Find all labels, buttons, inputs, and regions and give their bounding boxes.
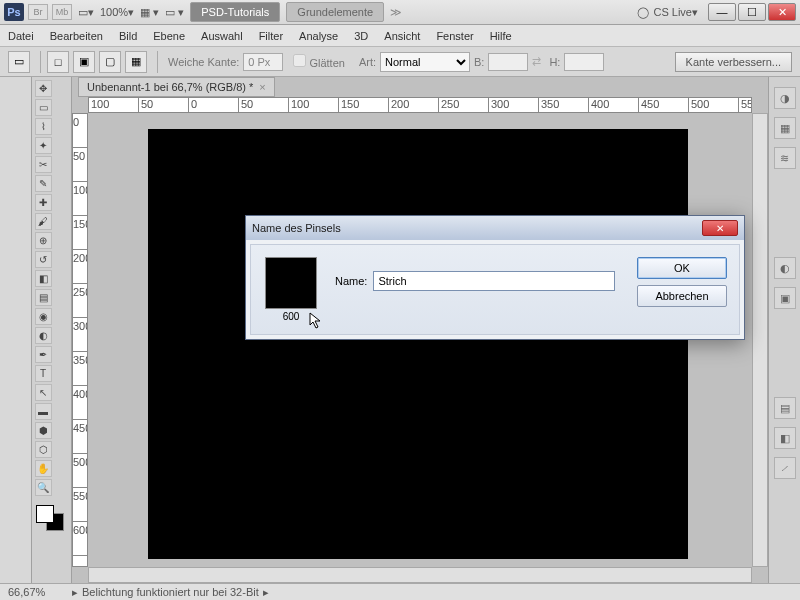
feather-label: Weiche Kante: <box>168 56 239 68</box>
ok-button[interactable]: OK <box>637 257 727 279</box>
paths-panel-icon[interactable]: ⟋ <box>774 457 796 479</box>
more-workspaces-icon[interactable]: ≫ <box>390 6 402 19</box>
horizontal-ruler: 1005005010015020025030035040045050055060… <box>88 97 752 113</box>
left-dock-strip <box>0 77 32 583</box>
marquee-tool-icon[interactable]: ▭ <box>8 51 30 73</box>
bridge-icon[interactable]: Br <box>28 4 48 20</box>
menu-fenster[interactable]: Fenster <box>436 30 473 42</box>
horizontal-scrollbar[interactable] <box>88 567 752 583</box>
photoshop-logo-icon: Ps <box>4 3 24 21</box>
swap-wh-icon: ⇄ <box>532 55 541 68</box>
move-tool-icon[interactable]: ✥ <box>35 80 52 97</box>
width-input <box>488 53 528 71</box>
selection-subtract-icon[interactable]: ▢ <box>99 51 121 73</box>
dialog-close-button[interactable]: ✕ <box>702 220 738 236</box>
crop-tool-icon[interactable]: ✂ <box>35 156 52 173</box>
zoom-dropdown[interactable]: 100% ▾ <box>100 6 134 19</box>
path-tool-icon[interactable]: ↖ <box>35 384 52 401</box>
vertical-ruler: 050100150200250300350400450500550600 <box>72 113 88 567</box>
color-panel-icon[interactable]: ◑ <box>774 87 796 109</box>
refine-edge-button[interactable]: Kante verbessern... <box>675 52 792 72</box>
type-tool-icon[interactable]: T <box>35 365 52 382</box>
canvas[interactable] <box>148 129 688 559</box>
marquee-tool-icon[interactable]: ▭ <box>35 99 52 116</box>
status-zoom[interactable]: 66,67% <box>8 586 68 598</box>
brush-name-input[interactable] <box>373 271 615 291</box>
brush-preview: 600 <box>263 257 319 322</box>
minimize-button[interactable]: — <box>708 3 736 21</box>
eyedropper-tool-icon[interactable]: ✎ <box>35 175 52 192</box>
tools-panel: ✥▭ ⌇✦ ✂✎ ✚🖌 ⊕↺ ◧▤ ◉◐ ✒T ↖▬ ⬢⬡ ✋🔍 <box>32 77 72 583</box>
brush-preview-thumb <box>265 257 317 309</box>
gradient-tool-icon[interactable]: ▤ <box>35 289 52 306</box>
vertical-scrollbar[interactable] <box>752 113 768 567</box>
maximize-button[interactable]: ☐ <box>738 3 766 21</box>
workspace-tab-inactive[interactable]: Grundelemente <box>286 2 384 22</box>
style-label: Art: <box>359 56 376 68</box>
masks-panel-icon[interactable]: ▣ <box>774 287 796 309</box>
menu-filter[interactable]: Filter <box>259 30 283 42</box>
menu-hilfe[interactable]: Hilfe <box>490 30 512 42</box>
arrange-dropdown[interactable]: ▦ ▾ <box>140 6 159 19</box>
brush-preview-size: 600 <box>263 311 319 322</box>
height-label: H: <box>549 56 560 68</box>
brush-tool-icon[interactable]: 🖌 <box>35 213 52 230</box>
heal-tool-icon[interactable]: ✚ <box>35 194 52 211</box>
screenmode-dropdown[interactable]: ▭ ▾ <box>165 6 184 19</box>
stamp-tool-icon[interactable]: ⊕ <box>35 232 52 249</box>
adjustments-panel-icon[interactable]: ◐ <box>774 257 796 279</box>
dialog-titlebar[interactable]: Name des Pinsels ✕ <box>246 216 744 240</box>
dodge-tool-icon[interactable]: ◐ <box>35 327 52 344</box>
menu-bearbeiten[interactable]: Bearbeiten <box>50 30 103 42</box>
menu-bild[interactable]: Bild <box>119 30 137 42</box>
hand-tool-icon[interactable]: ✋ <box>35 460 52 477</box>
status-bar: 66,67% ▸ Belichtung funktioniert nur bei… <box>0 583 800 600</box>
3d-tool-icon[interactable]: ⬢ <box>35 422 52 439</box>
3d-camera-icon[interactable]: ⬡ <box>35 441 52 458</box>
cslive-button[interactable]: ◯ CS Live ▾ <box>637 6 698 19</box>
menu-auswahl[interactable]: Auswahl <box>201 30 243 42</box>
minibridge-icon[interactable]: Mb <box>52 4 72 20</box>
selection-add-icon[interactable]: ▣ <box>73 51 95 73</box>
menu-datei[interactable]: Datei <box>8 30 34 42</box>
document-tab-close-icon[interactable]: × <box>259 81 265 93</box>
shape-tool-icon[interactable]: ▬ <box>35 403 52 420</box>
options-bar: ▭ □ ▣ ▢ ▦ Weiche Kante: Glätten Art: Nor… <box>0 47 800 77</box>
antialias-label: Glätten <box>309 57 344 69</box>
pen-tool-icon[interactable]: ✒ <box>35 346 52 363</box>
right-panel-dock: ◑ ▦ ≋ ◐ ▣ ▤ ◧ ⟋ <box>768 77 800 583</box>
selection-intersect-icon[interactable]: ▦ <box>125 51 147 73</box>
close-button[interactable]: ✕ <box>768 3 796 21</box>
channels-panel-icon[interactable]: ◧ <box>774 427 796 449</box>
document-tab[interactable]: Unbenannt-1 bei 66,7% (RGB/8) * × <box>78 77 275 97</box>
color-swatches[interactable] <box>34 503 68 531</box>
zoom-tool-icon[interactable]: 🔍 <box>35 479 52 496</box>
menu-ebene[interactable]: Ebene <box>153 30 185 42</box>
status-message: Belichtung funktioniert nur bei 32-Bit <box>82 586 259 598</box>
eraser-tool-icon[interactable]: ◧ <box>35 270 52 287</box>
layers-panel-icon[interactable]: ▤ <box>774 397 796 419</box>
antialias-checkbox <box>293 54 306 67</box>
dialog-title: Name des Pinsels <box>252 222 341 234</box>
swatches-panel-icon[interactable]: ▦ <box>774 117 796 139</box>
cancel-button[interactable]: Abbrechen <box>637 285 727 307</box>
document-tab-label: Unbenannt-1 bei 66,7% (RGB/8) * <box>87 81 253 93</box>
view-layout-dropdown[interactable]: ▭▾ <box>78 6 94 19</box>
blur-tool-icon[interactable]: ◉ <box>35 308 52 325</box>
menu-analyse[interactable]: Analyse <box>299 30 338 42</box>
style-select[interactable]: Normal <box>380 52 470 72</box>
selection-new-icon[interactable]: □ <box>47 51 69 73</box>
menu-bar: Datei Bearbeiten Bild Ebene Auswahl Filt… <box>0 25 800 47</box>
name-label: Name: <box>335 275 367 287</box>
workspace-tab-active[interactable]: PSD-Tutorials <box>190 2 280 22</box>
menu-ansicht[interactable]: Ansicht <box>384 30 420 42</box>
app-titlebar: Ps Br Mb ▭▾ 100% ▾ ▦ ▾ ▭ ▾ PSD-Tutorials… <box>0 0 800 25</box>
height-input <box>564 53 604 71</box>
menu-3d[interactable]: 3D <box>354 30 368 42</box>
styles-panel-icon[interactable]: ≋ <box>774 147 796 169</box>
feather-input[interactable] <box>243 53 283 71</box>
lasso-tool-icon[interactable]: ⌇ <box>35 118 52 135</box>
brush-name-dialog: Name des Pinsels ✕ 600 Name: OK Abbreche… <box>245 215 745 340</box>
history-brush-icon[interactable]: ↺ <box>35 251 52 268</box>
wand-tool-icon[interactable]: ✦ <box>35 137 52 154</box>
